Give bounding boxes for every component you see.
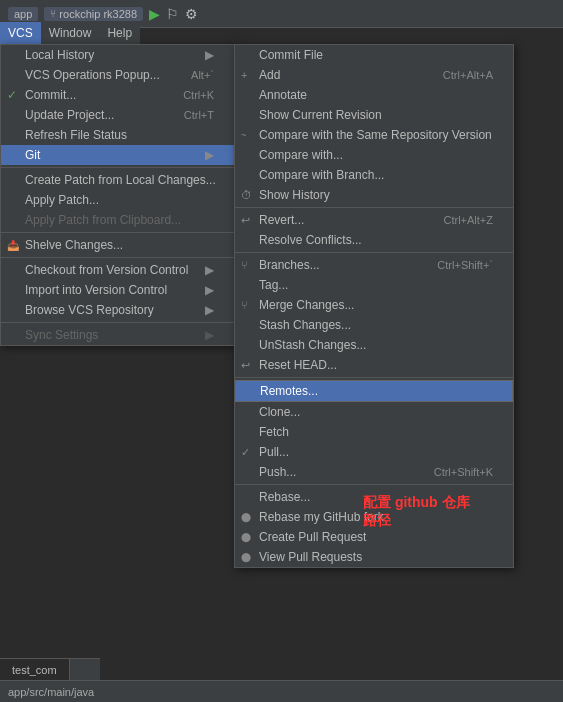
menubar-help[interactable]: Help — [99, 22, 140, 44]
git-push[interactable]: Push... Ctrl+Shift+K — [235, 462, 513, 482]
menu-update[interactable]: Update Project... Ctrl+T — [1, 105, 234, 125]
menu-import[interactable]: Import into Version Control ▶ — [1, 280, 234, 300]
git-annotate[interactable]: Annotate — [235, 85, 513, 105]
menu-checkout[interactable]: Checkout from Version Control ▶ — [1, 260, 234, 280]
menu-local-history[interactable]: Local History ▶ — [1, 45, 234, 65]
menu-overlay: VCS Window Help Local History ▶ VCS Oper… — [0, 0, 563, 702]
git-compare-same[interactable]: ~ Compare with the Same Repository Versi… — [235, 125, 513, 145]
git-pull[interactable]: ✓ Pull... — [235, 442, 513, 462]
git-view-pr[interactable]: ⬤ View Pull Requests — [235, 547, 513, 567]
menubar-window[interactable]: Window — [41, 22, 100, 44]
git-reset-head[interactable]: ↩ Reset HEAD... — [235, 355, 513, 375]
menu-shelve[interactable]: 📥 Shelve Changes... — [1, 235, 234, 255]
menu-sync[interactable]: Sync Settings ▶ — [1, 325, 234, 345]
git-resolve-conflicts[interactable]: Resolve Conflicts... — [235, 230, 513, 250]
git-show-history[interactable]: ⏱ Show History — [235, 185, 513, 205]
git-clone[interactable]: Clone... — [235, 402, 513, 422]
git-branches[interactable]: ⑂ Branches... Ctrl+Shift+` — [235, 255, 513, 275]
annotation-bubble: 配置 github 仓库 路径 — [355, 490, 478, 534]
menu-vcs-operations[interactable]: VCS Operations Popup... Alt+` — [1, 65, 234, 85]
menu-commit[interactable]: ✓ Commit... Ctrl+K — [1, 85, 234, 105]
git-tag[interactable]: Tag... — [235, 275, 513, 295]
separator-4 — [1, 322, 234, 323]
git-add[interactable]: + Add Ctrl+Alt+A — [235, 65, 513, 85]
vcs-dropdown: Local History ▶ VCS Operations Popup... … — [0, 44, 235, 346]
git-separator-4 — [235, 484, 513, 485]
menu-refresh[interactable]: Refresh File Status — [1, 125, 234, 145]
menu-browse[interactable]: Browse VCS Repository ▶ — [1, 300, 234, 320]
git-stash[interactable]: Stash Changes... — [235, 315, 513, 335]
git-commit-file[interactable]: Commit File — [235, 45, 513, 65]
git-separator-1 — [235, 207, 513, 208]
menu-git[interactable]: Git ▶ — [1, 145, 234, 165]
git-compare-with[interactable]: Compare with... — [235, 145, 513, 165]
git-separator-3 — [235, 377, 513, 378]
git-remotes[interactable]: Remotes... — [235, 380, 513, 402]
git-revert[interactable]: ↩ Revert... Ctrl+Alt+Z — [235, 210, 513, 230]
separator-3 — [1, 257, 234, 258]
git-compare-branch[interactable]: Compare with Branch... — [235, 165, 513, 185]
git-merge[interactable]: ⑂ Merge Changes... — [235, 295, 513, 315]
menu-create-patch[interactable]: Create Patch from Local Changes... — [1, 170, 234, 190]
menu-apply-patch-clipboard[interactable]: Apply Patch from Clipboard... — [1, 210, 234, 230]
git-show-revision[interactable]: Show Current Revision — [235, 105, 513, 125]
menubar: VCS Window Help — [0, 22, 140, 44]
menu-apply-patch[interactable]: Apply Patch... — [1, 190, 234, 210]
separator-2 — [1, 232, 234, 233]
git-unstash[interactable]: UnStash Changes... — [235, 335, 513, 355]
git-fetch[interactable]: Fetch — [235, 422, 513, 442]
menubar-vcs[interactable]: VCS — [0, 22, 41, 44]
git-separator-2 — [235, 252, 513, 253]
separator-1 — [1, 167, 234, 168]
